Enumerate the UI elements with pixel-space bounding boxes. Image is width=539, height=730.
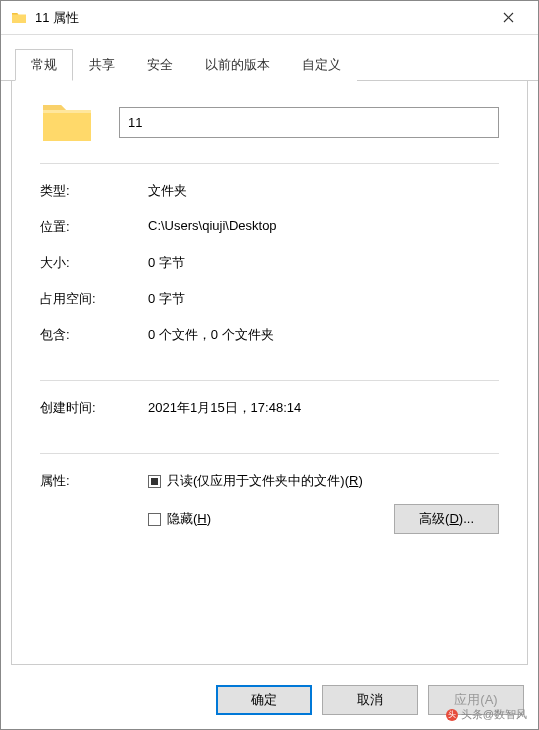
type-value: 文件夹 bbox=[148, 182, 499, 200]
tab-customize[interactable]: 自定义 bbox=[286, 49, 357, 81]
size-on-disk-value: 0 字节 bbox=[148, 290, 499, 308]
name-row bbox=[40, 99, 499, 145]
location-value: C:\Users\qiuji\Desktop bbox=[148, 218, 499, 236]
row-contains: 包含: 0 个文件，0 个文件夹 bbox=[40, 326, 499, 344]
window-title: 11 属性 bbox=[35, 9, 488, 27]
row-size-on-disk: 占用空间: 0 字节 bbox=[40, 290, 499, 308]
apply-button[interactable]: 应用(A) bbox=[428, 685, 524, 715]
row-type: 类型: 文件夹 bbox=[40, 182, 499, 200]
ok-button[interactable]: 确定 bbox=[216, 685, 312, 715]
dialog-footer: 确定 取消 应用(A) bbox=[1, 675, 538, 729]
folder-icon bbox=[11, 10, 27, 26]
hidden-checkbox[interactable] bbox=[148, 513, 161, 526]
created-value: 2021年1月15日，17:48:14 bbox=[148, 399, 499, 417]
close-icon bbox=[503, 12, 514, 23]
contains-value: 0 个文件，0 个文件夹 bbox=[148, 326, 499, 344]
tab-sharing[interactable]: 共享 bbox=[73, 49, 131, 81]
row-size: 大小: 0 字节 bbox=[40, 254, 499, 272]
attributes-controls: 只读(仅应用于文件夹中的文件)(R) 隐藏(H) 高级(D)... bbox=[148, 472, 499, 534]
created-label: 创建时间: bbox=[40, 399, 148, 417]
size-value: 0 字节 bbox=[148, 254, 499, 272]
titlebar: 11 属性 bbox=[1, 1, 538, 35]
contains-label: 包含: bbox=[40, 326, 148, 344]
tab-content: 类型: 文件夹 位置: C:\Users\qiuji\Desktop 大小: 0… bbox=[11, 81, 528, 665]
row-created: 创建时间: 2021年1月15日，17:48:14 bbox=[40, 399, 499, 417]
divider bbox=[40, 380, 499, 381]
folder-name-input[interactable] bbox=[119, 107, 499, 138]
tab-bar: 常规 共享 安全 以前的版本 自定义 bbox=[1, 35, 538, 81]
size-label: 大小: bbox=[40, 254, 148, 272]
cancel-button[interactable]: 取消 bbox=[322, 685, 418, 715]
advanced-button[interactable]: 高级(D)... bbox=[394, 504, 499, 534]
readonly-label[interactable]: 只读(仅应用于文件夹中的文件)(R) bbox=[167, 472, 363, 490]
properties-dialog: 11 属性 常规 共享 安全 以前的版本 自定义 类型: 文件夹 位置: C:\… bbox=[0, 0, 539, 730]
readonly-checkbox[interactable] bbox=[148, 475, 161, 488]
attributes-section: 属性: 只读(仅应用于文件夹中的文件)(R) 隐藏(H) 高级(D)... bbox=[40, 472, 499, 534]
readonly-row: 只读(仅应用于文件夹中的文件)(R) bbox=[148, 472, 499, 490]
close-button[interactable] bbox=[488, 3, 528, 33]
hidden-row: 隐藏(H) 高级(D)... bbox=[148, 504, 499, 534]
attributes-label: 属性: bbox=[40, 472, 148, 534]
tab-previous-versions[interactable]: 以前的版本 bbox=[189, 49, 286, 81]
divider bbox=[40, 163, 499, 164]
tab-security[interactable]: 安全 bbox=[131, 49, 189, 81]
location-label: 位置: bbox=[40, 218, 148, 236]
hidden-label[interactable]: 隐藏(H) bbox=[167, 510, 211, 528]
folder-large-icon bbox=[40, 99, 94, 145]
row-location: 位置: C:\Users\qiuji\Desktop bbox=[40, 218, 499, 236]
size-on-disk-label: 占用空间: bbox=[40, 290, 148, 308]
divider bbox=[40, 453, 499, 454]
tab-general[interactable]: 常规 bbox=[15, 49, 73, 81]
type-label: 类型: bbox=[40, 182, 148, 200]
